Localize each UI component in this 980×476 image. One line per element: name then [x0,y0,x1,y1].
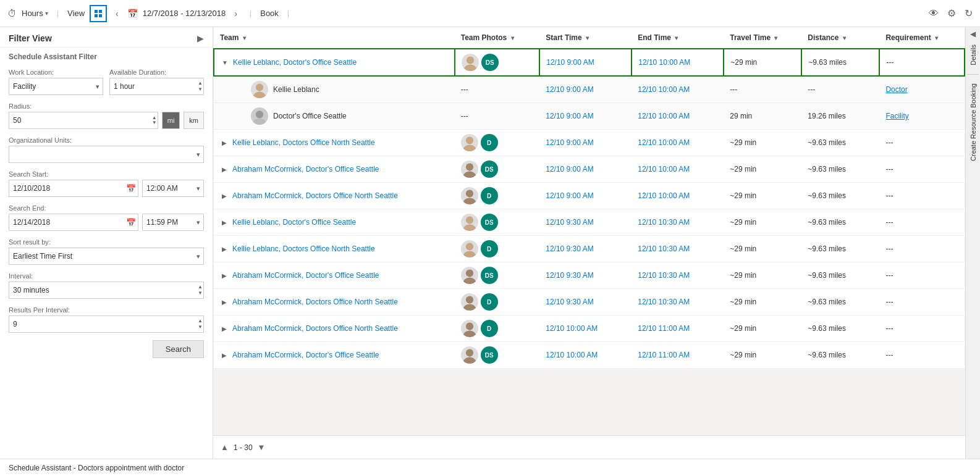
search-end-date[interactable] [9,214,138,231]
eye-icon[interactable]: 👁 [929,8,939,19]
req-link[interactable]: Facility [885,112,908,120]
col-header-team[interactable]: Team ▾ [214,27,455,49]
team-name[interactable]: Abraham McCormick, Doctor's Office Seatt… [232,165,379,173]
table-row[interactable]: ▶ Abraham McCormick, Doctors Office Nort… [214,183,965,209]
create-booking-label[interactable]: Create Resource Booking [967,77,979,167]
unit-mi-button[interactable]: mi [162,112,180,129]
duration-down-btn[interactable]: ▼ [198,86,203,93]
search-end-cal-icon[interactable]: 📅 [126,218,136,227]
travel-cell: ~29 min [724,262,801,289]
table-row[interactable]: ▶ Abraham McCormick, Doctor's Office Sea… [214,342,965,369]
filter-collapse-button[interactable]: ▶ [197,33,204,43]
col-header-distance[interactable]: Distance ▾ [801,27,879,49]
table-row[interactable]: ▶ Kellie Leblanc, Doctors Office North S… [214,236,965,262]
travel-cell: ~29 min [724,130,801,156]
team-name[interactable]: Abraham McCormick, Doctor's Office Seatt… [232,271,379,280]
search-end-time-select[interactable]: 11:59 PM [142,214,204,231]
team-name[interactable]: Abraham McCormick, Doctor's Office Seatt… [232,351,379,359]
details-panel-collapse-button[interactable]: ◀ [970,30,976,38]
distance-cell: ~9.63 miles [801,130,879,156]
table-row[interactable]: ▶ Abraham McCormick, Doctor's Office Sea… [214,262,965,289]
table-header-row: Team ▾ Team Photos ▾ Start Time ▾ End [214,27,965,49]
refresh-icon[interactable]: ↻ [965,7,973,19]
available-duration-input[interactable] [109,78,204,95]
radius-down-btn[interactable]: ▼ [152,120,157,125]
results-input[interactable] [9,315,204,333]
table-row[interactable]: ▶ Kellie Leblanc, Doctor's Office Seattl… [214,209,965,236]
expand-icon[interactable]: ▶ [220,246,229,253]
svg-point-7 [253,92,266,99]
org-units-select[interactable] [9,146,204,163]
child-avatar-cell: --- [455,103,540,130]
team-name[interactable]: Kellie Leblanc, Doctors Office North Sea… [232,244,375,253]
expand-icon[interactable]: ▼ [221,59,229,66]
available-duration-col: Available Duration: ▲ ▼ [109,69,204,95]
svg-point-5 [463,65,476,72]
left-panel-inner: Work Location: Facility Available Durati… [0,64,213,459]
end-time-cell: 12/10 10:00 AM [632,130,724,156]
svg-point-16 [466,216,473,223]
expand-icon[interactable]: ▶ [220,193,229,199]
search-start-date[interactable] [9,180,138,197]
expand-icon[interactable]: ▶ [220,166,229,173]
table-row[interactable]: ▶ Abraham McCormick, Doctors Office Nort… [214,315,965,342]
expand-icon[interactable]: ▶ [220,219,229,226]
interval-wrap: ▲ ▼ [9,282,204,299]
top-bar-right: 👁 ⚙ ↻ [929,7,973,19]
expand-icon[interactable]: ▶ [220,299,229,306]
svg-point-17 [463,225,476,232]
req-sort-icon: ▾ [935,35,938,41]
team-cell: ▶ Kellie Leblanc, Doctors Office North S… [214,236,455,262]
interval-up-btn[interactable]: ▲ [198,284,203,290]
col-header-photos[interactable]: Team Photos ▾ [455,27,540,49]
team-name[interactable]: Abraham McCormick, Doctors Office North … [232,191,398,200]
team-name[interactable]: Abraham McCormick, Doctors Office North … [232,324,398,333]
next-date-button[interactable]: › [230,7,241,20]
unit-km-button[interactable]: km [184,112,204,129]
radius-input[interactable] [9,112,158,129]
table-row[interactable]: ▶ Abraham McCormick, Doctor's Office Sea… [214,156,965,183]
sort-select[interactable]: Earliest Time First [9,248,204,265]
search-end-date-wrap: 📅 [9,214,138,231]
travel-cell: ~29 min [724,342,801,369]
results-down-btn[interactable]: ▼ [198,324,203,330]
table-row[interactable]: ▶ Abraham McCormick, Doctors Office Nort… [214,289,965,315]
avatar-kellie [461,214,478,231]
req-link[interactable]: Doctor [885,85,907,94]
details-label[interactable]: Details [967,38,979,72]
col-header-travel[interactable]: Travel Time ▾ [724,27,801,49]
team-name[interactable]: Kellie Leblanc, Doctor's Office Seattle [233,58,357,67]
grid-view-button[interactable] [90,5,107,22]
svg-point-14 [466,190,473,197]
table-row[interactable]: ▼ Kellie Leblanc, Doctor's Office Seattl… [214,49,965,76]
results-up-btn[interactable]: ▲ [198,318,203,324]
end-time-cell: 12/10 10:00 AM [632,156,724,183]
team-name[interactable]: Abraham McCormick, Doctors Office North … [232,298,398,306]
expand-icon[interactable]: ▶ [220,352,229,359]
page-up-button[interactable]: ▲ [221,443,229,452]
col-header-start[interactable]: Start Time ▾ [539,27,632,49]
expand-icon[interactable]: ▶ [220,325,229,332]
col-header-end[interactable]: End Time ▾ [632,27,724,49]
team-name[interactable]: Kellie Leblanc, Doctors Office North Sea… [232,138,375,147]
avatar-d: D [481,320,498,337]
search-start-cal-icon[interactable]: 📅 [126,184,136,193]
col-header-req[interactable]: Requirement ▾ [879,27,965,49]
expand-icon[interactable]: ▶ [220,140,229,146]
interval-input[interactable] [9,282,204,299]
table-row[interactable]: ▶ Kellie Leblanc, Doctors Office North S… [214,130,965,156]
work-location-select[interactable]: Facility [9,78,103,95]
interval-down-btn[interactable]: ▼ [198,290,203,296]
team-name[interactable]: Kellie Leblanc, Doctor's Office Seattle [232,218,356,227]
hours-dropdown[interactable]: Hours ▾ [22,9,48,18]
search-button[interactable]: Search [153,340,204,358]
book-button[interactable]: Book [260,9,279,18]
search-start-label: Search Start: [9,170,204,178]
work-location-row: Work Location: Facility Available Durati… [9,69,204,95]
page-down-button[interactable]: ▼ [258,443,266,452]
prev-date-button[interactable]: ‹ [112,7,122,20]
duration-up-btn[interactable]: ▲ [198,80,203,86]
settings-icon[interactable]: ⚙ [947,7,956,19]
expand-icon[interactable]: ▶ [220,272,229,279]
search-start-time-select[interactable]: 12:00 AM [142,180,204,197]
